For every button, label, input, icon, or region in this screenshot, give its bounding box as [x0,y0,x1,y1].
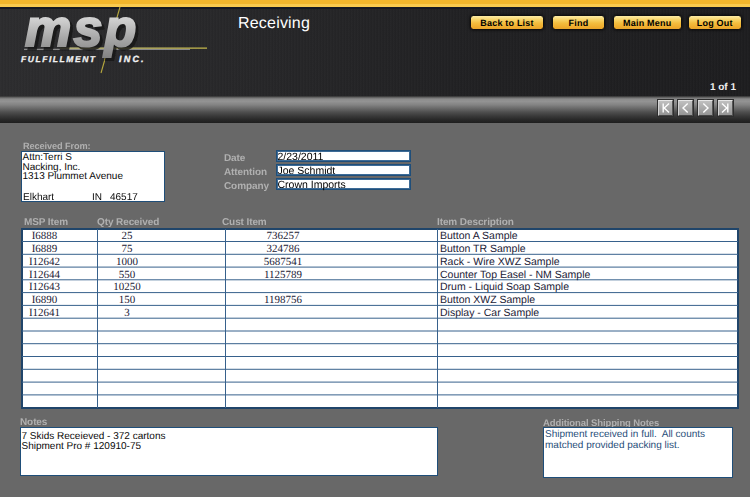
svg-text:Counter Top Easel - NM Sample: Counter Top Easel - NM Sample [440,269,591,281]
svg-text:1198756: 1198756 [264,294,303,306]
svg-text:Button A Sample: Button A Sample [440,230,518,242]
svg-text:I6889: I6889 [32,243,58,255]
svg-text:25: 25 [122,230,134,242]
svg-text:5687541: 5687541 [264,256,303,268]
svg-text:324786: 324786 [267,243,301,255]
svg-text:I12641: I12641 [29,307,60,319]
svg-text:10250: 10250 [113,281,141,293]
svg-text:550: 550 [119,269,136,281]
svg-text:I12642: I12642 [29,256,60,268]
svg-text:3: 3 [124,307,130,319]
svg-text:1000: 1000 [116,256,139,268]
svg-text:I12644: I12644 [29,269,61,281]
svg-text:75: 75 [122,243,134,255]
svg-text:I6890: I6890 [32,294,58,306]
svg-text:I6888: I6888 [32,230,58,242]
svg-text:1125789: 1125789 [264,269,303,281]
svg-text:Rack - Wire XWZ Sample: Rack - Wire XWZ Sample [440,256,560,268]
svg-text:I12643: I12643 [29,281,61,293]
svg-text:Display - Car Sample: Display - Car Sample [440,307,539,319]
svg-text:Drum - Liquid Soap Sample: Drum - Liquid Soap Sample [440,281,569,293]
svg-text:150: 150 [119,294,136,306]
svg-text:Button TR Sample: Button TR Sample [440,243,526,255]
svg-text:Button XWZ Sample: Button XWZ Sample [440,294,535,306]
svg-text:736257: 736257 [267,230,301,242]
